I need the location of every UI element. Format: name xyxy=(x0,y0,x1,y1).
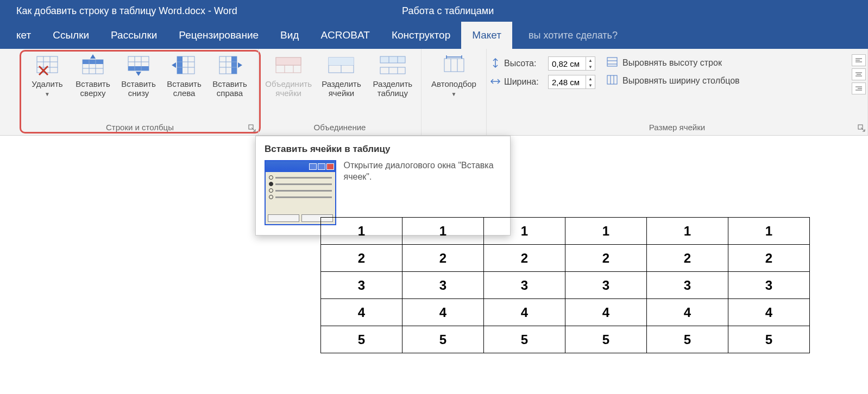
svg-rect-18 xyxy=(177,56,183,74)
width-down[interactable]: ▼ xyxy=(586,82,595,88)
table-cell[interactable]: 4 xyxy=(321,299,402,326)
group-cell-size-label: Размер ячейки xyxy=(490,120,864,135)
svg-rect-36 xyxy=(329,58,354,65)
table-cell[interactable]: 5 xyxy=(728,326,810,353)
table-cell[interactable]: 1 xyxy=(321,218,402,245)
table-cell[interactable]: 2 xyxy=(402,245,484,272)
table-cell[interactable]: 2 xyxy=(484,245,565,272)
table-cell[interactable]: 3 xyxy=(647,272,728,299)
split-table-icon xyxy=(379,53,406,77)
contextual-tab-label: Работа с таблицами xyxy=(402,0,494,22)
table-cell[interactable]: 1 xyxy=(484,218,565,245)
tab-mailings[interactable]: Рассылки xyxy=(100,22,168,49)
rows-cols-dialog-launcher[interactable] xyxy=(248,124,256,132)
ribbon: Удалить▼ Вставить сверху xyxy=(0,49,868,136)
tab-acrobat[interactable]: ACROBAT xyxy=(310,22,380,49)
document-table[interactable]: 111111222222333333444444555555 xyxy=(320,217,810,353)
width-label: Ширина: xyxy=(504,77,545,87)
insert-below-button[interactable]: Вставить снизу xyxy=(116,51,161,100)
table-cell[interactable]: 5 xyxy=(565,326,647,353)
table-cell[interactable]: 3 xyxy=(402,272,484,299)
table-cell[interactable]: 5 xyxy=(484,326,565,353)
distribute-rows-label: Выровнять высоту строк xyxy=(622,58,722,68)
merge-cells-label: Объединить ячейки xyxy=(263,79,314,98)
insert-right-button[interactable]: Вставить справа xyxy=(207,51,252,100)
width-input[interactable] xyxy=(549,78,586,87)
table-cell[interactable]: 4 xyxy=(647,299,728,326)
table-cell[interactable]: 4 xyxy=(565,299,647,326)
cell-size-dialog-launcher[interactable] xyxy=(858,124,865,132)
delete-button[interactable]: Удалить▼ xyxy=(25,51,70,100)
delete-label: Удалить xyxy=(32,79,62,88)
table-cell[interactable]: 1 xyxy=(647,218,728,245)
table-cell[interactable]: 3 xyxy=(565,272,647,299)
width-up[interactable]: ▲ xyxy=(586,75,595,82)
distribute-cols-icon xyxy=(606,74,618,87)
height-input[interactable] xyxy=(549,59,586,68)
tab-review[interactable]: Рецензирование xyxy=(168,22,269,49)
height-label: Высота: xyxy=(504,59,545,68)
table-cell[interactable]: 5 xyxy=(402,326,484,353)
svg-rect-46 xyxy=(607,58,617,66)
insert-above-button[interactable]: Вставить сверху xyxy=(71,51,115,100)
table-row[interactable]: 444444 xyxy=(321,299,810,326)
height-up[interactable]: ▲ xyxy=(586,57,595,63)
distribute-rows-button[interactable]: Выровнять высоту строк xyxy=(606,56,740,69)
split-cells-button[interactable]: Разделить ячейки xyxy=(316,51,366,100)
table-cell[interactable]: 2 xyxy=(565,245,647,272)
svg-rect-49 xyxy=(607,75,617,84)
group-autofit: Автоподбор▼ xyxy=(422,49,487,135)
table-cell[interactable]: 1 xyxy=(402,218,484,245)
table-cell[interactable]: 2 xyxy=(728,245,810,272)
tab-view[interactable]: Вид xyxy=(269,22,310,49)
insert-right-icon xyxy=(217,53,242,77)
tell-me-input[interactable]: вы хотите сделать? xyxy=(529,22,868,49)
tab-design[interactable]: Конструктор xyxy=(381,22,461,49)
align-btn-3[interactable] xyxy=(852,82,866,94)
merge-cells-icon xyxy=(275,53,302,77)
insert-below-label: Вставить снизу xyxy=(117,79,160,98)
table-row[interactable]: 222222 xyxy=(321,245,810,272)
table-cell[interactable]: 3 xyxy=(728,272,810,299)
table-cell[interactable]: 1 xyxy=(565,218,647,245)
table-cell[interactable]: 3 xyxy=(484,272,565,299)
align-btn-1[interactable] xyxy=(852,54,866,66)
table-cell[interactable]: 2 xyxy=(647,245,728,272)
table-cell[interactable]: 5 xyxy=(321,326,402,353)
split-table-button[interactable]: Разделить таблицу xyxy=(368,51,418,100)
insert-left-button[interactable]: Вставить слева xyxy=(162,51,206,100)
split-cells-icon xyxy=(328,53,355,77)
tab-partial[interactable]: кет xyxy=(16,22,42,49)
table-cell[interactable]: 4 xyxy=(402,299,484,326)
svg-rect-0 xyxy=(37,56,58,73)
align-btn-2[interactable] xyxy=(852,68,866,80)
group-cell-size: Высота: ▲▼ Ширина: ▲▼ xyxy=(487,49,868,135)
table-cell[interactable]: 2 xyxy=(321,245,402,272)
tab-layout[interactable]: Макет xyxy=(461,22,512,49)
tab-links[interactable]: Ссылки xyxy=(42,22,100,49)
tooltip-title: Вставить ячейки в таблицу xyxy=(265,144,501,155)
table-cell[interactable]: 5 xyxy=(647,326,728,353)
group-merge: Объединить ячейки Разделить ячейки Разде… xyxy=(259,49,422,135)
split-cells-label: Разделить ячейки xyxy=(317,79,365,98)
height-spinner[interactable]: ▲▼ xyxy=(548,56,595,71)
window-title: Как добавить строку в таблицу Word.docx … xyxy=(16,5,237,17)
insert-above-label: Вставить сверху xyxy=(72,79,114,98)
merge-cells-button: Объединить ячейки xyxy=(262,51,315,100)
insert-right-label: Вставить справа xyxy=(209,79,251,98)
table-cell[interactable]: 4 xyxy=(484,299,565,326)
autofit-label: Автоподбор xyxy=(431,79,476,88)
distribute-cols-button[interactable]: Выровнять ширину столбцов xyxy=(606,74,740,87)
autofit-button[interactable]: Автоподбор▼ xyxy=(425,51,483,100)
table-row[interactable]: 333333 xyxy=(321,272,810,299)
table-row[interactable]: 111111 xyxy=(321,218,810,245)
table-cell[interactable]: 4 xyxy=(728,299,810,326)
height-down[interactable]: ▼ xyxy=(586,63,595,70)
table-cell[interactable]: 1 xyxy=(728,218,810,245)
width-spinner[interactable]: ▲▼ xyxy=(548,75,595,89)
insert-left-label: Вставить слева xyxy=(163,79,205,98)
insert-left-icon xyxy=(172,53,197,77)
table-row[interactable]: 555555 xyxy=(321,326,810,353)
table-cell[interactable]: 3 xyxy=(321,272,402,299)
ribbon-tabs: кет Ссылки Рассылки Рецензирование Вид A… xyxy=(0,22,868,49)
